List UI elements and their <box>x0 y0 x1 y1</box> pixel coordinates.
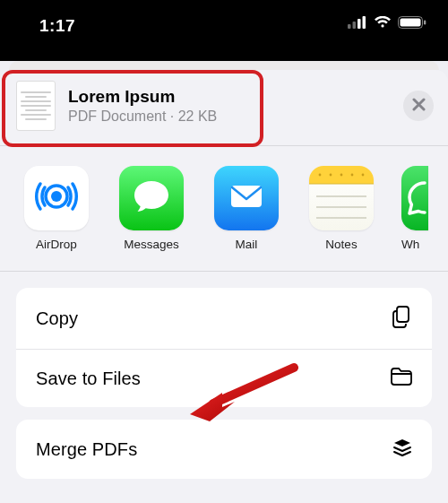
document-thumbnail[interactable] <box>16 81 56 131</box>
action-label: Copy <box>36 308 78 329</box>
svg-rect-3 <box>363 16 366 29</box>
notes-icon <box>309 166 374 230</box>
app-airdrop[interactable]: AirDrop <box>22 166 91 251</box>
actions-group-2: Merge PDFs <box>16 420 432 479</box>
svg-point-12 <box>330 174 332 177</box>
action-copy[interactable]: Copy <box>16 288 432 349</box>
svg-point-14 <box>351 174 354 177</box>
status-indicators <box>348 16 426 32</box>
svg-rect-0 <box>348 24 351 29</box>
share-apps-row[interactable]: AirDrop Messages Mail <box>0 146 448 271</box>
document-header: Lorem Ipsum PDF Document · 22 KB <box>0 75 448 145</box>
action-label: Save to Files <box>36 369 141 389</box>
folder-icon <box>389 366 414 391</box>
app-label: Notes <box>325 238 357 251</box>
svg-point-13 <box>340 174 343 177</box>
wifi-icon <box>374 16 392 32</box>
document-info: Lorem Ipsum PDF Document · 22 KB <box>68 87 391 125</box>
action-label: Merge PDFs <box>36 439 137 460</box>
app-label: Messages <box>124 238 179 251</box>
svg-rect-2 <box>358 19 361 29</box>
svg-rect-16 <box>397 307 409 322</box>
app-notes[interactable]: Notes <box>306 166 376 251</box>
app-messages[interactable]: Messages <box>116 166 186 251</box>
battery-icon <box>398 16 426 32</box>
actions-group-1: Copy Save to Files <box>16 288 432 407</box>
action-merge-pdfs[interactable]: Merge PDFs <box>16 420 432 479</box>
svg-rect-6 <box>424 21 426 25</box>
app-label: AirDrop <box>36 238 77 251</box>
whatsapp-icon <box>401 174 428 222</box>
document-subtitle: PDF Document · 22 KB <box>68 108 391 125</box>
svg-rect-9 <box>231 186 262 207</box>
svg-point-7 <box>51 191 62 202</box>
svg-rect-5 <box>401 19 421 27</box>
app-mail[interactable]: Mail <box>211 166 281 251</box>
copy-icon <box>389 304 414 333</box>
share-sheet: Lorem Ipsum PDF Document · 22 KB <box>0 70 448 503</box>
close-button[interactable] <box>403 91 434 121</box>
messages-icon <box>129 174 174 222</box>
background-card <box>9 61 439 70</box>
app-whatsapp[interactable]: Wh <box>401 166 428 251</box>
svg-point-11 <box>319 174 322 177</box>
status-bar: 1:17 <box>0 0 448 61</box>
status-time: 1:17 <box>39 16 75 36</box>
close-icon <box>412 98 426 115</box>
svg-rect-1 <box>353 22 357 29</box>
divider <box>0 271 448 272</box>
app-label: Wh <box>401 238 428 251</box>
cellular-icon <box>348 16 367 32</box>
svg-point-15 <box>362 174 365 177</box>
stack-icon <box>391 436 414 463</box>
app-label: Mail <box>236 238 258 251</box>
document-title: Lorem Ipsum <box>68 87 391 108</box>
airdrop-icon <box>33 173 80 223</box>
action-save-to-files[interactable]: Save to Files <box>16 349 432 407</box>
mail-icon <box>224 174 269 222</box>
